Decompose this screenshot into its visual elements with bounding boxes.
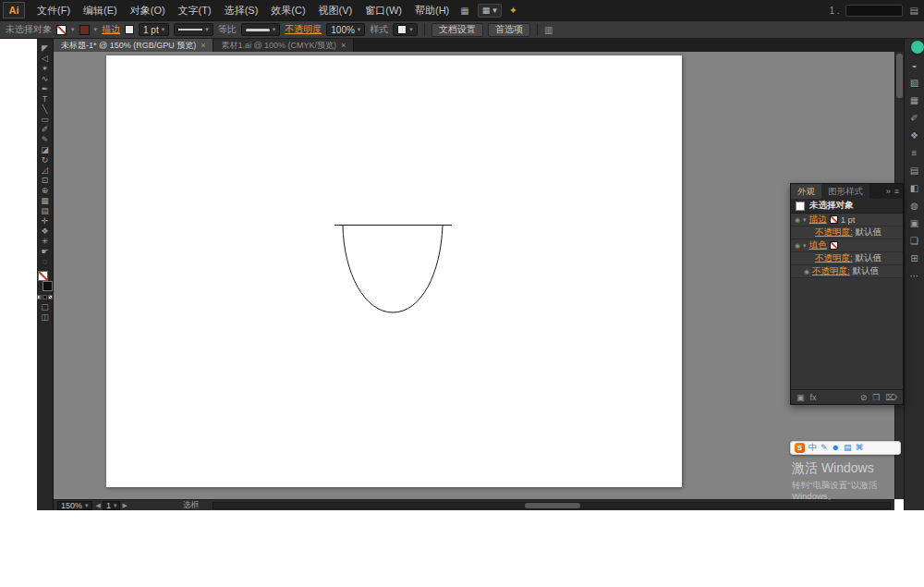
visibility-eye-icon[interactable]: ◉ bbox=[804, 268, 809, 275]
paintbrush-tool[interactable]: ✐ bbox=[38, 125, 53, 135]
opacity-field[interactable]: 100% ▾ bbox=[326, 23, 365, 36]
rotate-tool[interactable]: ↻ bbox=[38, 155, 53, 165]
pen-tool[interactable]: ✒ bbox=[38, 84, 53, 94]
shape-builder-tool[interactable]: ⊕ bbox=[38, 186, 53, 196]
opacity-row-link[interactable]: 不透明度: bbox=[815, 226, 853, 238]
document-tab[interactable]: 素材1.ai @ 100% (CMYK/预览) × bbox=[213, 39, 354, 52]
opacity-row-link[interactable]: 不透明度: bbox=[812, 265, 850, 277]
eraser-tool[interactable]: ◪ bbox=[38, 145, 53, 155]
symbol-sprayer-tool[interactable]: ✳ bbox=[38, 237, 53, 247]
fill-stroke-indicator[interactable] bbox=[38, 271, 53, 291]
close-icon[interactable]: × bbox=[201, 41, 205, 50]
align-panel-icon[interactable]: ⋯ bbox=[907, 270, 922, 282]
ime-skin-icon[interactable]: ▤ bbox=[844, 442, 852, 454]
transparency-panel-icon[interactable]: ◧ bbox=[907, 182, 922, 194]
artboards-panel-icon[interactable]: ⊞ bbox=[907, 252, 922, 264]
appearance-fill-row[interactable]: ◉ ▾ 填色 bbox=[791, 239, 903, 252]
color-panel-icon[interactable]: ◒ bbox=[907, 59, 922, 71]
visibility-eye-icon[interactable]: ◉ bbox=[795, 242, 800, 250]
appearance-stroke-opacity-row[interactable]: 不透明度: 默认值 bbox=[791, 226, 903, 239]
vertical-scrollbar-thumb[interactable] bbox=[896, 54, 903, 98]
color-guide-panel-icon[interactable]: ▧ bbox=[907, 77, 922, 89]
gradient-tool[interactable]: ▤ bbox=[38, 206, 53, 216]
duplicate-item-icon[interactable]: ❐ bbox=[872, 393, 880, 402]
close-icon[interactable]: × bbox=[341, 41, 346, 50]
horizontal-scrollbar[interactable] bbox=[213, 502, 891, 509]
disclosure-triangle-icon[interactable]: ▾ bbox=[803, 242, 807, 250]
menu-view[interactable]: 视图(V) bbox=[312, 4, 359, 18]
type-tool[interactable]: T bbox=[38, 94, 53, 104]
ime-handwriting-icon[interactable]: ✎ bbox=[821, 442, 828, 454]
stroke-color-swatch[interactable] bbox=[79, 25, 90, 35]
menubar-far-icon[interactable]: ▤ bbox=[910, 6, 918, 16]
fill-color-swatch[interactable] bbox=[56, 25, 67, 35]
artboard-number-field[interactable]: 1 ▾ bbox=[103, 501, 121, 510]
opacity-link[interactable]: 不透明度 bbox=[285, 23, 322, 36]
menu-help[interactable]: 帮助(H) bbox=[408, 4, 456, 18]
delete-item-icon[interactable]: ⌦ bbox=[885, 393, 897, 402]
artboard[interactable] bbox=[106, 55, 682, 487]
magic-wand-icon[interactable]: ✦ bbox=[509, 5, 517, 17]
next-artboard-icon[interactable]: ▶ bbox=[122, 502, 127, 509]
fill-swatch[interactable] bbox=[38, 271, 48, 281]
menu-file[interactable]: 文件(F) bbox=[30, 4, 77, 18]
arrange-documents-icon[interactable]: ▦ bbox=[457, 6, 471, 16]
swatches-panel-icon[interactable]: ▦ bbox=[907, 94, 922, 106]
style-dropdown[interactable]: ▾ bbox=[393, 23, 418, 36]
stroke-color-thumbnail[interactable] bbox=[830, 215, 838, 224]
scale-tool[interactable]: ◿ bbox=[38, 165, 53, 176]
menu-effect[interactable]: 效果(C) bbox=[264, 4, 311, 18]
lasso-tool[interactable]: ∿ bbox=[38, 74, 53, 84]
layers-panel-icon[interactable]: ❏ bbox=[907, 235, 922, 247]
pencil-tool[interactable]: ✎ bbox=[38, 135, 53, 145]
rectangle-tool[interactable]: ▭ bbox=[38, 115, 53, 125]
menu-window[interactable]: 窗口(W) bbox=[359, 4, 408, 18]
zoom-tool[interactable]: ◌ bbox=[38, 257, 53, 267]
variable-width-profile-dropdown[interactable]: ▾ bbox=[174, 23, 213, 36]
horizontal-scrollbar-thumb[interactable] bbox=[525, 503, 580, 508]
workspace-switcher[interactable]: ▦ ▾ bbox=[478, 4, 502, 18]
ime-emoji-icon[interactable]: ☻ bbox=[832, 442, 840, 454]
magic-wand-tool[interactable]: ✶ bbox=[38, 64, 53, 74]
document-setup-button[interactable]: 文档设置 bbox=[432, 23, 483, 37]
graphic-styles-panel-icon[interactable]: ▣ bbox=[907, 217, 922, 229]
clear-appearance-icon[interactable]: ⊘ bbox=[860, 393, 868, 402]
brush-definition-dropdown[interactable]: ▾ bbox=[241, 23, 281, 36]
zoom-level-dropdown[interactable]: 150% ▾ bbox=[57, 501, 92, 510]
align-options-icon[interactable]: ▥ bbox=[544, 25, 553, 35]
screen-mode-button[interactable]: ◫ bbox=[38, 312, 53, 323]
free-transform-tool[interactable]: ⊡ bbox=[38, 176, 53, 186]
eyedropper-tool[interactable]: ✛ bbox=[38, 216, 53, 226]
gradient-button[interactable] bbox=[43, 295, 47, 300]
add-effect-icon[interactable]: fx bbox=[810, 393, 817, 402]
appearance-panel-icon[interactable]: ◍ bbox=[907, 200, 922, 212]
chevron-down-icon[interactable]: ▾ bbox=[71, 26, 75, 33]
panel-menu-icon[interactable]: ≡ bbox=[894, 187, 899, 196]
menu-select[interactable]: 选择(S) bbox=[218, 4, 265, 18]
menu-edit[interactable]: 编辑(E) bbox=[77, 4, 124, 18]
tab-appearance[interactable]: 外观 bbox=[791, 184, 821, 199]
gradient-panel-icon[interactable]: ▤ bbox=[907, 165, 922, 177]
stroke-link[interactable]: 描边 bbox=[102, 23, 120, 36]
previous-artboard-icon[interactable]: ◀ bbox=[96, 502, 101, 509]
fill-color-thumbnail[interactable] bbox=[830, 241, 838, 250]
search-input[interactable] bbox=[845, 5, 903, 17]
visibility-eye-icon[interactable]: ◉ bbox=[795, 216, 800, 224]
symbols-panel-icon[interactable]: ❖ bbox=[907, 129, 922, 141]
collapse-panel-icon[interactable]: » bbox=[886, 187, 891, 196]
line-segment-tool[interactable]: ╲ bbox=[38, 104, 53, 115]
direct-selection-tool[interactable]: ◁ bbox=[38, 54, 53, 64]
ime-logo-icon[interactable]: S bbox=[795, 443, 805, 453]
chevron-down-icon[interactable]: ▾ bbox=[94, 26, 98, 33]
stroke-panel-icon[interactable]: ≡ bbox=[907, 147, 922, 159]
canvas-area[interactable] bbox=[54, 52, 894, 499]
stroke-swatch[interactable] bbox=[43, 281, 53, 291]
appearance-object-opacity-row[interactable]: ◉ 不透明度: 默认值 bbox=[791, 265, 903, 278]
hand-tool[interactable]: ☛ bbox=[38, 247, 53, 257]
color-button[interactable] bbox=[37, 295, 42, 300]
menu-type[interactable]: 文字(T) bbox=[172, 4, 218, 18]
new-art-basic-appearance-icon[interactable]: ▣ bbox=[796, 393, 805, 402]
appearance-fill-opacity-row[interactable]: 不透明度: 默认值 bbox=[791, 252, 903, 265]
draw-mode-button[interactable]: ▢ bbox=[38, 302, 53, 312]
preferences-button[interactable]: 首选项 bbox=[488, 23, 530, 37]
